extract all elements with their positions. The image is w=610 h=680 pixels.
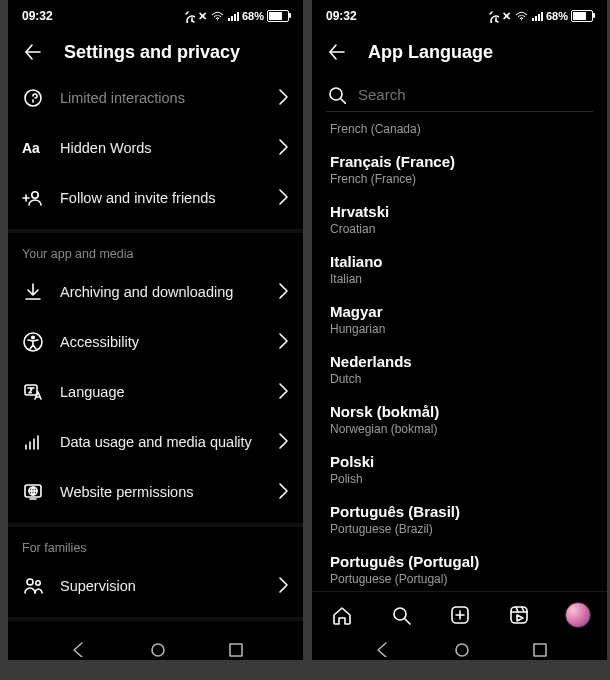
- add-person-icon: [22, 187, 44, 209]
- signal-icon: [532, 12, 543, 21]
- wifi-icon: [514, 9, 529, 23]
- back-button[interactable]: [22, 41, 44, 63]
- language-option[interactable]: NederlandsDutch: [330, 345, 589, 395]
- language-option[interactable]: Português (Portugal)Portuguese (Portugal…: [330, 545, 589, 592]
- language-english-name: Italian: [330, 272, 589, 286]
- nav-back-button[interactable]: [372, 639, 390, 660]
- row-label: Language: [60, 384, 257, 400]
- language-english-name: French (France): [330, 172, 589, 186]
- row-label: Supervision: [60, 578, 257, 594]
- row-limited-interactions[interactable]: Limited interactions: [8, 73, 303, 123]
- language-english-name: Norwegian (bokmal): [330, 422, 589, 436]
- row-follow-invite[interactable]: Follow and invite friends: [8, 173, 303, 223]
- row-language[interactable]: Language: [8, 367, 303, 417]
- language-option[interactable]: Français (France)French (France): [330, 145, 589, 195]
- row-label: Archiving and downloading: [60, 284, 257, 300]
- nav-home[interactable]: [329, 602, 355, 628]
- dnd-icon: ✕: [502, 10, 511, 23]
- section-orders: Your orders, fundraisers and cart: [8, 617, 303, 633]
- nav-back-button[interactable]: [68, 639, 86, 660]
- language-english-name: Hungarian: [330, 322, 589, 336]
- alarm-icon: [485, 9, 499, 23]
- limited-icon: [22, 87, 44, 109]
- status-time: 09:32: [22, 9, 53, 23]
- language-option[interactable]: French (Canada): [330, 112, 589, 145]
- avatar-icon: [565, 602, 591, 628]
- chevron-right-icon: [273, 86, 289, 111]
- nav-home-button[interactable]: [147, 639, 165, 660]
- language-native-name: Magyar: [330, 303, 589, 320]
- app-language-screen: 09:32 ✕ 68% App Language French (Canada)…: [312, 0, 607, 660]
- header: Settings and privacy: [8, 29, 303, 73]
- language-option[interactable]: ItalianoItalian: [330, 245, 589, 295]
- row-label: Website permissions: [60, 484, 257, 500]
- nav-recents-button[interactable]: [529, 639, 547, 660]
- settings-screen: 09:32 ✕ 68% Settings and privacy Limited…: [8, 0, 303, 660]
- row-label: Hidden Words: [60, 140, 257, 156]
- row-supervision[interactable]: Supervision: [8, 561, 303, 611]
- row-website-permissions[interactable]: Website permissions: [8, 467, 303, 517]
- row-label: Follow and invite friends: [60, 190, 257, 206]
- globe-icon: [22, 481, 44, 503]
- row-accessibility[interactable]: Accessibility: [8, 317, 303, 367]
- section-app-media: Your app and media: [8, 229, 303, 267]
- header: App Language: [312, 29, 607, 73]
- language-option[interactable]: PolskiPolish: [330, 445, 589, 495]
- language-english-name: Portuguese (Brazil): [330, 522, 589, 536]
- battery-text: 68%: [242, 10, 264, 22]
- row-label: Limited interactions: [60, 90, 257, 106]
- language-english-name: Croatian: [330, 222, 589, 236]
- language-native-name: Italiano: [330, 253, 589, 270]
- nav-profile[interactable]: [565, 602, 591, 628]
- chevron-right-icon: [273, 280, 289, 305]
- language-native-name: Nederlands: [330, 353, 589, 370]
- language-option[interactable]: MagyarHungarian: [330, 295, 589, 345]
- search-input[interactable]: [356, 85, 593, 104]
- nav-reels[interactable]: [506, 602, 532, 628]
- search-icon: [326, 84, 346, 104]
- nav-create[interactable]: [447, 602, 473, 628]
- chevron-right-icon: [273, 330, 289, 355]
- language-option[interactable]: Português (Brasil)Portuguese (Brazil): [330, 495, 589, 545]
- supervision-icon: [22, 575, 44, 597]
- language-native-name: Hrvatski: [330, 203, 589, 220]
- search-field[interactable]: [326, 77, 593, 112]
- aa-icon: [22, 137, 44, 159]
- chevron-right-icon: [273, 136, 289, 161]
- page-title: Settings and privacy: [64, 42, 240, 63]
- language-option[interactable]: Norsk (bokmål)Norwegian (bokmal): [330, 395, 589, 445]
- language-native-name: Polski: [330, 453, 589, 470]
- android-nav-bar: [312, 638, 607, 660]
- language-english-name: Portuguese (Portugal): [330, 572, 589, 586]
- nav-home-button[interactable]: [451, 639, 469, 660]
- language-english-name: French (Canada): [330, 122, 589, 136]
- alarm-icon: [181, 9, 195, 23]
- language-english-name: Polish: [330, 472, 589, 486]
- back-button[interactable]: [326, 41, 348, 63]
- android-nav-bar: [8, 638, 303, 660]
- row-label: Accessibility: [60, 334, 257, 350]
- row-data-usage[interactable]: Data usage and media quality: [8, 417, 303, 467]
- language-icon: [22, 381, 44, 403]
- language-english-name: Dutch: [330, 372, 589, 386]
- accessibility-icon: [22, 331, 44, 353]
- chevron-right-icon: [273, 480, 289, 505]
- signal-bars-icon: [22, 431, 44, 453]
- row-hidden-words[interactable]: Hidden Words: [8, 123, 303, 173]
- wifi-icon: [210, 9, 225, 23]
- signal-icon: [228, 12, 239, 21]
- row-label: Data usage and media quality: [60, 434, 257, 450]
- dnd-icon: ✕: [198, 10, 207, 23]
- nav-search[interactable]: [388, 602, 414, 628]
- bottom-nav: [312, 591, 607, 638]
- chevron-right-icon: [273, 430, 289, 455]
- language-native-name: Français (France): [330, 153, 589, 170]
- status-bar: 09:32 ✕ 68%: [8, 0, 303, 29]
- status-bar: 09:32 ✕ 68%: [312, 0, 607, 29]
- row-archiving[interactable]: Archiving and downloading: [8, 267, 303, 317]
- battery-text: 68%: [546, 10, 568, 22]
- language-native-name: Português (Portugal): [330, 553, 589, 570]
- language-option[interactable]: HrvatskiCroatian: [330, 195, 589, 245]
- nav-recents-button[interactable]: [225, 639, 243, 660]
- chevron-right-icon: [273, 380, 289, 405]
